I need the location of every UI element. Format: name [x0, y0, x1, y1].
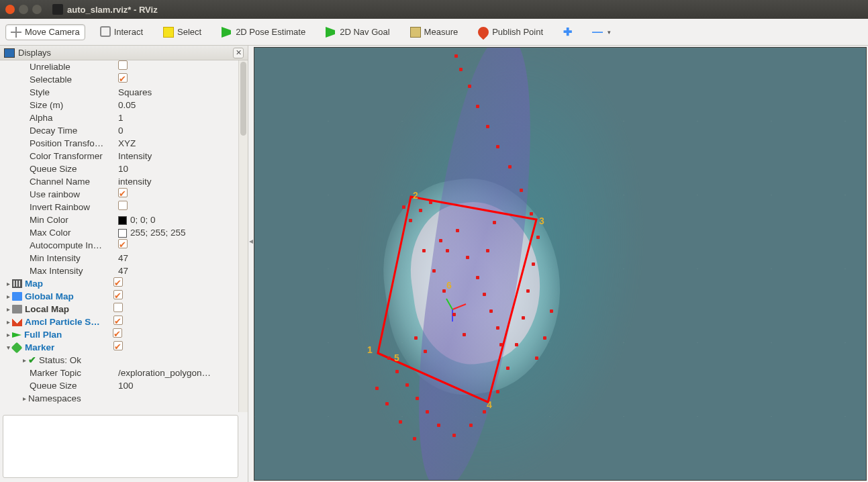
marker-checkbox[interactable]	[113, 341, 123, 350]
prop-unreliable[interactable]: Unreliable	[0, 60, 248, 73]
folder-icon	[12, 292, 22, 301]
select-label: Select	[177, 27, 201, 37]
expand-arrow[interactable]: ▸	[4, 328, 12, 341]
pose-label: 2D Pose Estimate	[236, 27, 305, 37]
localmap-checkbox[interactable]	[113, 303, 123, 312]
maxcolor-swatch[interactable]	[118, 229, 127, 238]
prop-maxint[interactable]: Max Intensity47	[0, 264, 248, 277]
panel-splitter[interactable]: ◂	[248, 224, 254, 258]
prop-style[interactable]: StyleSquares	[0, 86, 248, 99]
selectable-checkbox[interactable]	[118, 73, 128, 83]
close-icon[interactable]	[5, 5, 15, 14]
display-globalmap[interactable]: ▸Global Map	[0, 290, 248, 303]
amcl-checkbox[interactable]	[113, 316, 123, 325]
description-box	[3, 415, 238, 478]
display-marker[interactable]: ▾Marker	[0, 341, 248, 354]
scrollbar-thumb[interactable]	[240, 62, 246, 136]
prop-invert[interactable]: Invert Rainbow	[0, 201, 248, 213]
displays-header: Displays ✕	[0, 46, 248, 60]
add-tool-button[interactable]: ✚	[558, 25, 577, 40]
prop-autocomp[interactable]: Autocompute In…	[0, 239, 248, 252]
nav-arrow-icon	[326, 27, 336, 38]
interact-button[interactable]: Interact	[95, 24, 148, 40]
move-camera-icon	[11, 27, 21, 38]
expand-arrow[interactable]: ▸	[4, 290, 12, 303]
publish-label: Publish Point	[492, 27, 543, 37]
polygon-vertex-5: 5	[394, 352, 399, 363]
select-icon	[163, 27, 174, 38]
prop-maxcol[interactable]: Max Color255; 255; 255	[0, 226, 248, 239]
unreliable-checkbox[interactable]	[118, 60, 128, 70]
expand-arrow[interactable]: ▸	[4, 277, 12, 290]
prop-pos-tf[interactable]: Position Transfo…XYZ	[0, 137, 248, 150]
marker-status[interactable]: ▸✔Status: Ok	[0, 354, 248, 367]
pin-icon	[476, 24, 491, 40]
particle-icon	[12, 318, 22, 326]
expand-arrow[interactable]: ▸	[20, 354, 28, 367]
interact-label: Interact	[114, 27, 143, 37]
panel-close-button[interactable]: ✕	[233, 48, 244, 58]
map-icon	[12, 279, 22, 288]
marker-topic[interactable]: Marker Topic/exploration_polygon…	[0, 367, 248, 379]
display-fullplan[interactable]: ▸Full Plan	[0, 328, 248, 341]
prop-minint[interactable]: Min Intensity47	[0, 252, 248, 264]
monitor-icon	[4, 48, 15, 58]
rviz-viewport[interactable]: 1 2 3 4 5 6	[254, 47, 867, 481]
app-icon	[52, 4, 63, 15]
check-icon: ✔	[28, 354, 36, 367]
displays-panel: Displays ✕ Unreliable Selectable StyleSq…	[0, 46, 248, 482]
minus-icon: —	[592, 29, 603, 36]
marker-namespaces[interactable]: ▸Namespaces	[0, 392, 248, 405]
marker-icon	[11, 342, 23, 353]
displays-title: Displays	[18, 48, 51, 58]
window-title: auto_slam.rviz* - RViz	[67, 5, 158, 15]
prop-mincol[interactable]: Min Color0; 0; 0	[0, 213, 248, 226]
move-camera-button[interactable]: Move Camera	[5, 24, 85, 40]
minimize-icon[interactable]	[19, 5, 28, 14]
maximize-icon[interactable]	[32, 5, 42, 14]
rainbow-checkbox[interactable]	[118, 188, 128, 197]
tree-scrollbar[interactable]	[238, 60, 248, 412]
prop-selectable[interactable]: Selectable	[0, 73, 248, 86]
expand-arrow[interactable]: ▸	[4, 303, 12, 316]
expand-arrow[interactable]: ▸	[20, 392, 28, 405]
polygon-vertex-2: 2	[413, 190, 418, 201]
autocomp-checkbox[interactable]	[118, 239, 128, 248]
remove-tool-button[interactable]: —▾	[587, 26, 616, 38]
prop-col-tf[interactable]: Color TransformerIntensity	[0, 150, 248, 162]
mincolor-swatch[interactable]	[118, 216, 127, 225]
plus-icon: ✚	[563, 28, 572, 37]
publish-point-button[interactable]: Publish Point	[473, 24, 548, 40]
property-tree[interactable]: Unreliable Selectable StyleSquares Size …	[0, 60, 248, 412]
ruler-icon	[410, 27, 421, 38]
caret-icon: ▾	[608, 29, 611, 36]
path-icon	[12, 332, 21, 338]
prop-decay[interactable]: Decay Time0	[0, 124, 248, 137]
display-amcl[interactable]: ▸Amcl Particle S…	[0, 316, 248, 328]
main-area: Displays ✕ Unreliable Selectable StyleSq…	[0, 46, 868, 482]
display-localmap[interactable]: ▸Local Map	[0, 303, 248, 316]
globalmap-checkbox[interactable]	[113, 290, 123, 299]
toolbar: Move Camera Interact Select 2D Pose Esti…	[0, 19, 868, 46]
svg-line-3	[446, 299, 452, 309]
prop-queue[interactable]: Queue Size10	[0, 162, 248, 175]
pose-estimate-button[interactable]: 2D Pose Estimate	[216, 24, 311, 40]
prop-channel[interactable]: Channel Nameintensity	[0, 175, 248, 188]
nav-goal-button[interactable]: 2D Nav Goal	[320, 24, 395, 40]
nav-label: 2D Nav Goal	[340, 27, 389, 37]
prop-alpha[interactable]: Alpha1	[0, 111, 248, 124]
display-map[interactable]: ▸Map	[0, 277, 248, 290]
expand-arrow[interactable]: ▸	[4, 316, 12, 328]
exploration-polygon	[254, 48, 865, 481]
invert-checkbox[interactable]	[118, 201, 128, 210]
marker-queue[interactable]: Queue Size100	[0, 379, 248, 392]
prop-size[interactable]: Size (m)0.05	[0, 99, 248, 111]
prop-rainbow[interactable]: Use rainbow	[0, 188, 248, 201]
svg-line-2	[452, 304, 466, 309]
tf-axes	[442, 296, 469, 323]
map-checkbox[interactable]	[113, 277, 123, 287]
select-button[interactable]: Select	[158, 24, 207, 40]
measure-button[interactable]: Measure	[405, 24, 464, 40]
fullplan-checkbox[interactable]	[113, 328, 122, 338]
move-camera-label: Move Camera	[25, 27, 80, 37]
